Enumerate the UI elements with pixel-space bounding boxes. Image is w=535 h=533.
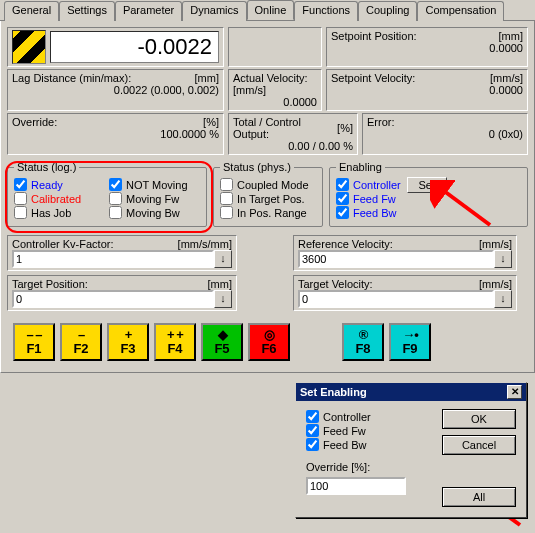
dialog-close-icon[interactable]: ✕ [507, 385, 522, 399]
setpoint-position-unit: [mm] [499, 30, 523, 42]
lag-distance-label: Lag Distance (min/max): [12, 72, 131, 84]
total-control-output-value: 0.00 / 0.00 % [233, 140, 353, 152]
error-value: 0 (0x0) [367, 128, 523, 140]
tab-dynamics[interactable]: Dynamics [182, 1, 246, 21]
override-value: 100.0000 % [12, 128, 219, 140]
setpoint-velocity-label: Setpoint Velocity: [331, 72, 415, 84]
feed-fw-checkbox[interactable]: Feed Fw [336, 192, 401, 205]
dlg-feed-fw-checkbox[interactable]: Feed Fw [306, 424, 432, 437]
dlg-override-input[interactable] [306, 477, 406, 495]
status-phys-legend: Status (phys.) [220, 161, 294, 173]
status-phys-group: Status (phys.) Coupled Mode In Target Po… [213, 161, 323, 227]
ref-velocity-input[interactable] [298, 250, 494, 268]
calibrated-checkbox[interactable]: Calibrated [14, 192, 105, 205]
total-control-output-unit: [%] [337, 122, 353, 134]
ref-velocity-label: Reference Velocity: [298, 238, 393, 250]
f6-button[interactable]: ◎F6 [248, 323, 290, 361]
dialog-title: Set Enabling [300, 386, 367, 398]
controller-checkbox[interactable]: Controller [336, 178, 401, 191]
target-velocity-label: Target Velocity: [298, 278, 373, 290]
tpos-spin[interactable]: ↓ [214, 290, 232, 308]
function-keys: – –F1 –F2 +F3 + +F4 ◆F5 ◎F6 ®F8 →•F9 [7, 317, 528, 367]
setpoint-velocity-unit: [mm/s] [490, 72, 523, 84]
tab-coupling[interactable]: Coupling [358, 1, 417, 21]
actual-velocity-value: 0.0000 [233, 96, 317, 108]
ref-velocity-unit: [mm/s] [479, 238, 512, 250]
dlg-feed-bw-checkbox[interactable]: Feed Bw [306, 438, 432, 451]
f4-button[interactable]: + +F4 [154, 323, 196, 361]
f8-button[interactable]: ®F8 [342, 323, 384, 361]
refvel-spin[interactable]: ↓ [494, 250, 512, 268]
kv-factor-unit: [mm/s/mm] [178, 238, 232, 250]
enabling-group: Enabling Controller Feed Fw Feed Bw Set [329, 161, 528, 227]
actual-velocity-label: Actual Velocity: [233, 72, 308, 84]
target-position-label: Target Position: [12, 278, 88, 290]
set-enabling-dialog: Set Enabling ✕ Controller Feed Fw Feed B… [295, 382, 527, 518]
has-job-checkbox[interactable]: Has Job [14, 206, 105, 219]
target-velocity-input[interactable] [298, 290, 494, 308]
tab-parameter[interactable]: Parameter [115, 1, 182, 21]
moving-fw-checkbox[interactable]: Moving Fw [109, 192, 200, 205]
tab-online[interactable]: Online [247, 0, 295, 20]
dlg-all-button[interactable]: All [442, 487, 516, 507]
f1-button[interactable]: – –F1 [13, 323, 55, 361]
error-label: Error: [367, 116, 395, 128]
override-unit: [%] [203, 116, 219, 128]
kv-factor-label: Controller Kv-Factor: [12, 238, 113, 250]
dlg-controller-checkbox[interactable]: Controller [306, 410, 432, 423]
actual-velocity-unit: [mm/s] [233, 84, 266, 96]
tab-settings[interactable]: Settings [59, 1, 115, 21]
tvel-spin[interactable]: ↓ [494, 290, 512, 308]
moving-bw-checkbox[interactable]: Moving Bw [109, 206, 200, 219]
override-label: Override: [12, 116, 57, 128]
f5-button[interactable]: ◆F5 [201, 323, 243, 361]
status-log-legend: Status (log.) [14, 161, 79, 173]
target-position-unit: [mm] [208, 278, 232, 290]
f3-button[interactable]: +F3 [107, 323, 149, 361]
f2-button[interactable]: –F2 [60, 323, 102, 361]
enabling-legend: Enabling [336, 161, 385, 173]
total-control-output-label: Total / Control Output: [233, 116, 337, 140]
dlg-cancel-button[interactable]: Cancel [442, 435, 516, 455]
lag-distance-unit: [mm] [195, 72, 219, 84]
tab-functions[interactable]: Functions [294, 1, 358, 21]
setpoint-position-value: 0.0000 [331, 42, 523, 54]
in-pos-range-checkbox[interactable]: In Pos. Range [220, 206, 316, 219]
setpoint-velocity-value: 0.0000 [331, 84, 523, 96]
dlg-override-label: Override [%]: [306, 461, 432, 473]
online-panel: -0.0022 Setpoint Position:[mm] 0.0000 La… [0, 21, 535, 373]
tab-compensation[interactable]: Compensation [417, 1, 504, 21]
coupled-mode-checkbox[interactable]: Coupled Mode [220, 178, 316, 191]
ready-checkbox[interactable]: Ready [14, 178, 105, 191]
hazard-icon [12, 30, 46, 64]
tab-bar: General Settings Parameter Dynamics Onli… [0, 0, 535, 21]
set-button[interactable]: Set [407, 177, 447, 193]
not-moving-checkbox[interactable]: NOT Moving [109, 178, 200, 191]
f9-button[interactable]: →•F9 [389, 323, 431, 361]
feed-bw-checkbox[interactable]: Feed Bw [336, 206, 401, 219]
tab-general[interactable]: General [4, 1, 59, 21]
actual-position-value: -0.0022 [50, 31, 219, 63]
target-position-input[interactable] [12, 290, 214, 308]
dlg-ok-button[interactable]: OK [442, 409, 516, 429]
setpoint-position-label: Setpoint Position: [331, 30, 417, 42]
kv-spin[interactable]: ↓ [214, 250, 232, 268]
status-log-group: Status (log.) Ready Calibrated Has Job N… [7, 161, 207, 227]
in-target-pos-checkbox[interactable]: In Target Pos. [220, 192, 316, 205]
kv-factor-input[interactable] [12, 250, 214, 268]
lag-distance-value: 0.0022 (0.000, 0.002) [12, 84, 219, 96]
target-velocity-unit: [mm/s] [479, 278, 512, 290]
